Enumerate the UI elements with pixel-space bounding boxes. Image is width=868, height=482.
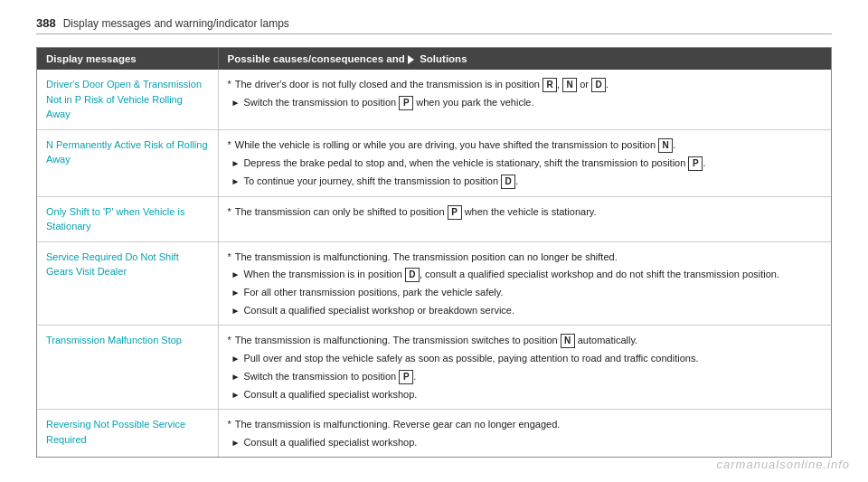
cause-text: Pull over and stop the vehicle safely as… bbox=[243, 351, 698, 366]
key-badge: N bbox=[561, 334, 575, 348]
key-badge: R bbox=[542, 78, 557, 92]
arrow-icon: ► bbox=[231, 175, 241, 188]
star-item: * While the vehicle is rolling or while … bbox=[228, 137, 823, 153]
bullet-point: ►To continue your journey, shift the tra… bbox=[231, 174, 823, 189]
causes-cell: * The transmission is malfunctioning. Th… bbox=[218, 326, 831, 410]
cause-text: The transmission is malfunctioning. The … bbox=[235, 250, 618, 265]
star-item: * The transmission is malfunctioning. Th… bbox=[228, 333, 823, 348]
star-icon: * bbox=[228, 333, 231, 348]
arrow-icon: ► bbox=[231, 352, 241, 365]
page-title: Display messages and warning/indicator l… bbox=[63, 17, 289, 30]
table-row: Service Required Do Not Shift Gears Visi… bbox=[37, 241, 831, 326]
arrow-icon: ► bbox=[231, 156, 241, 170]
page-number: 388 bbox=[36, 16, 56, 30]
causes-cell: * The transmission can only be shifted t… bbox=[218, 196, 831, 241]
cause-text: Switch the transmission to position P wh… bbox=[243, 95, 533, 110]
cause-text: Consult a qualified specialist workshop. bbox=[243, 435, 417, 450]
display-message-cell: Only Shift to 'P' when Vehicle is Statio… bbox=[37, 196, 218, 241]
display-message-cell: Transmission Malfunction Stop bbox=[37, 326, 218, 410]
key-badge: N bbox=[658, 138, 673, 153]
display-message-cell: Service Required Do Not Shift Gears Visi… bbox=[37, 241, 218, 326]
star-icon: * bbox=[228, 417, 231, 432]
causes-cell: * The driver's door is not fully closed … bbox=[218, 70, 831, 129]
solutions-triangle-icon bbox=[408, 55, 414, 64]
cause-text: The transmission can only be shifted to … bbox=[235, 204, 597, 220]
key-badge: D bbox=[591, 78, 606, 92]
arrow-icon: ► bbox=[231, 286, 241, 299]
cause-text: The transmission is malfunctioning. The … bbox=[235, 333, 637, 348]
key-badge: P bbox=[448, 205, 462, 220]
col1-header: Display messages bbox=[37, 48, 218, 70]
cause-text: The driver's door is not fully closed an… bbox=[235, 77, 609, 92]
arrow-icon: ► bbox=[231, 96, 241, 109]
key-badge: D bbox=[501, 175, 515, 189]
bullet-point: ►Depress the brake pedal to stop and, wh… bbox=[231, 156, 823, 171]
cause-text: The transmission is malfunctioning. Reve… bbox=[235, 417, 561, 432]
col2-header: Possible causes/consequences and Solutio… bbox=[218, 48, 831, 70]
table-row: Reversing Not Possible Service Required*… bbox=[37, 410, 831, 458]
arrow-icon: ► bbox=[231, 436, 241, 449]
key-badge: P bbox=[399, 370, 413, 384]
cause-text: Consult a qualified specialist workshop … bbox=[243, 303, 514, 318]
causes-cell: * The transmission is malfunctioning. Th… bbox=[218, 241, 831, 326]
cause-text: For all other transmission positions, pa… bbox=[243, 285, 503, 300]
main-table-container: Display messages Possible causes/consequ… bbox=[36, 47, 832, 458]
display-message-cell: N Permanently Active Risk of Rolling Awa… bbox=[37, 129, 218, 196]
cause-text: While the vehicle is rolling or while yo… bbox=[235, 137, 675, 153]
bullet-point: ►Consult a qualified specialist workshop… bbox=[231, 435, 823, 450]
causes-cell: * While the vehicle is rolling or while … bbox=[218, 129, 831, 196]
star-icon: * bbox=[228, 77, 231, 92]
key-badge: P bbox=[399, 96, 413, 110]
bullet-point: ►When the transmission is in position D,… bbox=[231, 267, 823, 282]
key-badge: D bbox=[405, 268, 420, 282]
star-icon: * bbox=[228, 137, 231, 153]
page-header: 388 Display messages and warning/indicat… bbox=[36, 16, 832, 34]
star-item: * The transmission is malfunctioning. Th… bbox=[228, 250, 823, 265]
bullet-point: ►Consult a qualified specialist workshop… bbox=[231, 387, 823, 402]
key-badge: P bbox=[688, 156, 703, 171]
table-row: Transmission Malfunction Stop* The trans… bbox=[37, 326, 831, 410]
arrow-icon: ► bbox=[231, 304, 241, 317]
table-row: N Permanently Active Risk of Rolling Awa… bbox=[37, 129, 831, 196]
bullet-point: ►For all other transmission positions, p… bbox=[231, 285, 823, 300]
table-header-row: Display messages Possible causes/consequ… bbox=[37, 48, 831, 70]
cause-text: Depress the brake pedal to stop and, whe… bbox=[243, 156, 705, 171]
cause-text: When the transmission is in position D, … bbox=[243, 267, 779, 282]
bullet-point: ►Switch the transmission to position P w… bbox=[231, 95, 823, 110]
watermark: carmanualsonline.info bbox=[717, 458, 850, 471]
table-row: Only Shift to 'P' when Vehicle is Statio… bbox=[37, 196, 831, 241]
table-body: Driver's Door Open & Transmission Not in… bbox=[37, 70, 831, 457]
key-badge: N bbox=[562, 78, 577, 92]
arrow-icon: ► bbox=[231, 388, 241, 402]
page-wrapper: 388 Display messages and warning/indicat… bbox=[0, 0, 868, 482]
display-messages-table: Display messages Possible causes/consequ… bbox=[37, 48, 831, 457]
display-message-cell: Driver's Door Open & Transmission Not in… bbox=[37, 70, 218, 129]
display-message-cell: Reversing Not Possible Service Required bbox=[37, 410, 218, 458]
star-icon: * bbox=[228, 250, 231, 265]
cause-text: Consult a qualified specialist workshop. bbox=[243, 387, 417, 402]
bullet-point: ►Pull over and stop the vehicle safely a… bbox=[231, 351, 823, 366]
arrow-icon: ► bbox=[231, 370, 241, 383]
star-item: * The transmission is malfunctioning. Re… bbox=[228, 417, 823, 432]
star-icon: * bbox=[228, 204, 231, 220]
cause-text: Switch the transmission to position P. bbox=[243, 369, 416, 384]
bullet-point: ►Consult a qualified specialist workshop… bbox=[231, 303, 823, 318]
star-item: * The transmission can only be shifted t… bbox=[228, 204, 823, 220]
bullet-point: ►Switch the transmission to position P. bbox=[231, 369, 823, 384]
arrow-icon: ► bbox=[231, 268, 241, 281]
table-row: Driver's Door Open & Transmission Not in… bbox=[37, 70, 831, 129]
star-item: * The driver's door is not fully closed … bbox=[228, 77, 823, 92]
causes-cell: * The transmission is malfunctioning. Re… bbox=[218, 410, 831, 458]
cause-text: To continue your journey, shift the tran… bbox=[243, 174, 518, 189]
